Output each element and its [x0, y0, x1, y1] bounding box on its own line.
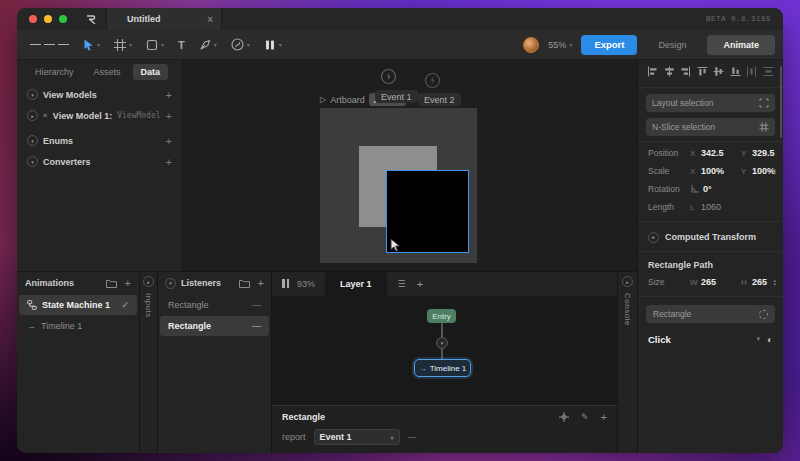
expand-inputs-icon[interactable]: ▸ — [143, 276, 154, 287]
chevron-down-icon[interactable]: ▾ — [279, 41, 282, 48]
collapse-listeners-icon[interactable]: ▾ — [165, 278, 176, 289]
event-1-label[interactable]: Event 1 — [375, 90, 418, 103]
animate-binding-icon[interactable] — [759, 310, 768, 319]
chevron-down-icon[interactable]: ▾ — [129, 41, 132, 48]
inputs-strip[interactable]: ▸ Inputs — [140, 272, 158, 453]
rive-logo-icon[interactable] — [77, 8, 106, 30]
state-machine-label: State Machine 1 — [42, 300, 110, 310]
folder-icon[interactable] — [106, 279, 117, 288]
animate-mode-button[interactable]: Animate — [707, 35, 775, 55]
rotation-field[interactable]: 0° — [703, 184, 743, 194]
main-menu-icon[interactable] — [25, 34, 74, 56]
layout-selection-button[interactable]: Layout selection — [646, 94, 775, 112]
tab-data[interactable]: Data — [133, 64, 169, 80]
tab-layer-1[interactable]: Layer 1 — [325, 272, 387, 296]
listener-row-selected[interactable]: Rectangle — — [160, 316, 269, 336]
view-models-row[interactable]: ▾ View Models + — [17, 84, 182, 105]
folder-icon[interactable] — [239, 279, 250, 288]
report-label: report — [282, 432, 306, 442]
align-left-icon[interactable] — [647, 66, 658, 77]
add-converter-button[interactable]: + — [166, 156, 172, 168]
align-top-icon[interactable] — [697, 66, 708, 77]
event-1-icon[interactable] — [380, 68, 397, 85]
blend-half-circle-icon[interactable]: ◐ — [767, 334, 773, 345]
add-view-model-button[interactable]: + — [166, 89, 172, 101]
converters-row[interactable]: ▾ Converters + — [17, 151, 182, 172]
add-enum-button[interactable]: + — [166, 135, 172, 147]
artboard-label[interactable]: Artboard — [330, 95, 365, 105]
position-x-field[interactable]: 342.5 — [701, 148, 741, 158]
document-tab[interactable]: Untitled × — [106, 8, 222, 30]
layout-tool[interactable]: ▾ — [259, 34, 287, 56]
align-right-icon[interactable] — [680, 66, 691, 77]
tab-assets[interactable]: Assets — [86, 64, 129, 80]
add-animation-button[interactable]: + — [125, 277, 131, 289]
size-h-field[interactable]: 265 — [752, 277, 783, 287]
report-event-dropdown[interactable]: Event 1 ▾ — [314, 429, 400, 445]
state-machine-row[interactable]: State Machine 1 ✓ — [19, 295, 137, 315]
layout-columns-icon[interactable] — [282, 279, 291, 290]
position-y-field[interactable]: 329.5 — [752, 148, 783, 158]
expand-console-icon[interactable]: ▸ — [622, 276, 633, 287]
enums-row[interactable]: ▾ Enums + — [17, 130, 182, 151]
layer-list-icon[interactable]: ☰ — [398, 279, 406, 289]
distribute-horizontal-icon[interactable] — [746, 66, 757, 77]
add-action-button[interactable]: + — [601, 411, 607, 423]
zoom-window-button[interactable] — [59, 15, 67, 23]
align-center-horizontal-icon[interactable] — [664, 66, 675, 77]
size-w-field[interactable]: 265 — [701, 277, 741, 287]
transition-arrow-icon[interactable]: ▾ — [436, 337, 448, 349]
close-window-button[interactable] — [29, 15, 37, 23]
text-tool[interactable]: T — [173, 34, 190, 56]
chevron-down-icon[interactable]: ▾ — [97, 41, 100, 48]
edit-icon[interactable]: ✎ — [581, 412, 589, 422]
chevron-down-icon[interactable]: ▾ — [214, 41, 217, 48]
align-middle-vertical-icon[interactable] — [713, 66, 724, 77]
length-field[interactable]: 1060 — [701, 202, 741, 212]
avatar[interactable] — [523, 37, 539, 53]
event-2-icon[interactable] — [424, 72, 441, 89]
shape-tool[interactable]: ▾ — [141, 34, 169, 56]
scale-x-field[interactable]: 100% — [701, 166, 741, 176]
artboard-tool[interactable]: ▾ — [109, 34, 137, 56]
scale-y-field[interactable]: 100% — [752, 166, 783, 176]
export-button[interactable]: Export — [581, 35, 637, 55]
zoom-level: 55% — [548, 40, 566, 50]
stage-canvas[interactable]: ▷ Artboard Active Event 1 Event 2 — [183, 60, 637, 271]
nslice-selection-button[interactable]: N-Slice selection — [646, 118, 775, 136]
listener-row[interactable]: Rectangle — — [160, 295, 269, 315]
graph-zoom-level[interactable]: 93% — [297, 279, 315, 289]
entry-node[interactable]: Entry — [427, 309, 456, 323]
rectangle-section-button[interactable]: Rectangle — [646, 305, 775, 323]
event-2-label[interactable]: Event 2 — [418, 93, 461, 106]
scrollbar-thumb[interactable] — [780, 66, 782, 138]
stepper-control[interactable]: ▴▾ — [773, 167, 776, 175]
bone-tool[interactable]: ▾ — [226, 34, 255, 56]
view-model-1-row[interactable]: ▸ View Model 1: ViewModel + — [17, 105, 182, 126]
align-bottom-icon[interactable] — [730, 66, 741, 77]
click-row[interactable]: Click ▾ ◐ — [638, 330, 783, 348]
target-icon[interactable] — [559, 412, 569, 422]
tab-hierarchy[interactable]: Hierarchy — [27, 64, 82, 80]
select-tool[interactable]: ▾ — [78, 34, 105, 56]
minimize-window-button[interactable] — [44, 15, 52, 23]
chevron-down-icon[interactable]: ▾ — [756, 335, 760, 343]
play-icon[interactable]: ▷ — [320, 95, 326, 104]
add-layer-button[interactable]: + — [417, 278, 423, 290]
pen-tool[interactable]: ▾ — [194, 34, 222, 56]
chevron-down-icon[interactable]: ▾ — [161, 41, 164, 48]
close-tab-icon[interactable]: × — [207, 14, 213, 25]
zoom-control[interactable]: 55% ▾ — [548, 40, 572, 50]
add-listener-button[interactable]: + — [258, 277, 264, 289]
distribute-vertical-icon[interactable] — [763, 66, 774, 77]
timeline-row[interactable]: → Timeline 1 — [19, 316, 137, 336]
design-mode-button[interactable]: Design — [646, 40, 698, 50]
add-property-button[interactable]: + — [166, 110, 172, 122]
chevron-down-icon[interactable]: ▾ — [247, 41, 250, 48]
timeline-node[interactable]: → Timeline 1 — [414, 359, 471, 377]
w-axis-label: W — [690, 278, 701, 287]
graph-canvas[interactable]: Entry ▾ → Timeline 1 — [272, 296, 617, 405]
computed-transform-row[interactable]: ▸ Computed Transform — [638, 228, 783, 246]
stepper-control[interactable]: ▴▾ — [773, 278, 776, 286]
console-strip[interactable]: ▸ Console — [617, 272, 637, 453]
